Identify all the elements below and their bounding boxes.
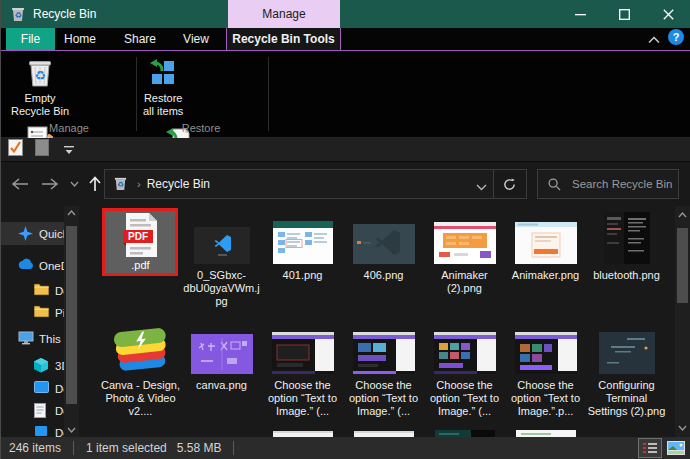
- contextual-tab-group-manage[interactable]: Manage: [228, 0, 340, 28]
- group-divider: [268, 57, 269, 131]
- file-thumbnail: [343, 212, 424, 264]
- maximize-button[interactable]: [602, 0, 646, 28]
- qat-new-item[interactable]: [33, 141, 51, 159]
- file-name: Animaker (2).png: [424, 269, 505, 295]
- thumbnail-view-button[interactable]: [664, 438, 688, 458]
- file-item[interactable]: bluetooth.png: [586, 212, 667, 282]
- tab-home[interactable]: Home: [56, 28, 104, 50]
- file-thumbnail-partial[interactable]: [516, 427, 576, 437]
- file-thumbnail: [262, 322, 343, 374]
- file-name: canva.png: [181, 379, 262, 392]
- scroll-down-icon[interactable]: [675, 421, 690, 435]
- file-item[interactable]: Choose the option “Text to Image.” (...: [262, 322, 343, 418]
- collapse-ribbon-icon[interactable]: [648, 30, 660, 48]
- qat-customize[interactable]: [60, 141, 78, 159]
- file-thumbnail: [505, 322, 586, 374]
- file-thumbnail: [262, 212, 343, 264]
- file-name: 406.png: [343, 269, 424, 282]
- ribbon-group-label: Manage: [5, 122, 133, 134]
- ribbon-tab-bar: FileHomeShareViewRecycle Bin Tools ?: [1, 28, 690, 51]
- file-name: Choose the option “Text to Image.” (...: [343, 379, 424, 418]
- svg-text:♻: ♻: [117, 180, 124, 189]
- file-item[interactable]: 406.png: [343, 212, 424, 282]
- refresh-button[interactable]: [493, 169, 527, 199]
- selection-count: 1 item selected: [86, 441, 167, 455]
- navigation-bar: ♻ › Recycle Bin: [1, 162, 690, 206]
- address-dropdown-icon[interactable]: [476, 177, 487, 195]
- help-icon[interactable]: ?: [668, 29, 684, 49]
- forward-button[interactable]: [39, 174, 61, 194]
- file-item[interactable]: Canva - Design, Photo & Video v2....: [100, 322, 181, 418]
- breadcrumb-chevron-icon[interactable]: ›: [137, 178, 141, 190]
- svg-text:♻: ♻: [14, 11, 21, 20]
- file-item[interactable]: Choose the option “Text to Image.”.p...: [505, 322, 586, 418]
- ribbon-button-label: Restoreall items: [143, 92, 183, 118]
- tab-recycle-bin-tools[interactable]: Recycle Bin Tools: [226, 28, 341, 50]
- file-thumbnail-partial[interactable]: [607, 430, 647, 437]
- file-name: Animaker.png: [505, 269, 586, 282]
- recent-locations-chevron-icon[interactable]: [63, 174, 85, 194]
- file-name: .pdf: [100, 259, 181, 272]
- search-input[interactable]: [570, 177, 678, 191]
- file-item[interactable]: 0_SGbxc-dbU0gyaVWm.jpg: [181, 212, 262, 308]
- qat-dropdown-icon: [64, 141, 74, 159]
- svg-text:PDF: PDF: [128, 231, 148, 242]
- file-item[interactable]: Animaker.png: [505, 212, 586, 282]
- address-bar[interactable]: ♻ › Recycle Bin: [104, 169, 494, 199]
- tab-file[interactable]: File: [6, 28, 55, 50]
- doc-gray-icon: [35, 139, 49, 160]
- content-scrollbar[interactable]: [675, 206, 690, 437]
- statusbar-divider: [233, 441, 234, 455]
- details-view-button[interactable]: [638, 438, 662, 458]
- file-item[interactable]: 401.png: [262, 212, 343, 282]
- file-name: Choose the option “Text to Image.”.p...: [505, 379, 586, 418]
- file-thumbnail-partial[interactable]: [354, 427, 414, 437]
- breadcrumb[interactable]: Recycle Bin: [147, 177, 210, 191]
- file-thumbnail: [505, 212, 586, 264]
- file-thumbnail-partial[interactable]: [273, 427, 333, 437]
- restore-all-items-icon: [147, 57, 179, 89]
- file-thumbnail: [424, 322, 505, 374]
- qat-properties[interactable]: [6, 141, 24, 159]
- up-button[interactable]: [84, 174, 106, 194]
- file-item[interactable]: PDF.pdf: [100, 212, 181, 272]
- restore-all-items-button[interactable]: Restoreall items: [138, 53, 188, 118]
- file-item[interactable]: canva.png: [181, 322, 262, 392]
- empty-recycle-bin-button[interactable]: ♻EmptyRecycle Bin: [6, 53, 74, 118]
- close-button[interactable]: [646, 0, 690, 28]
- tab-share[interactable]: Share: [113, 28, 167, 50]
- file-name: Choose the option “Text to Image.” (...: [262, 379, 343, 418]
- file-name: bluetooth.png: [586, 269, 667, 282]
- file-thumbnail: [181, 212, 262, 264]
- svg-text:?: ?: [673, 31, 680, 43]
- file-thumbnail: PDF: [100, 212, 181, 258]
- file-item[interactable]: Configuring Terminal Settings (2).png: [586, 322, 667, 418]
- file-item[interactable]: Choose the option “Text to Image.” (...: [424, 322, 505, 418]
- recycle-bin-small-icon: ♻: [113, 176, 129, 192]
- file-thumbnail: [424, 212, 505, 264]
- scroll-up-icon[interactable]: [675, 208, 690, 222]
- ribbon-group-manage: ♻EmptyRecycle BinRecycle BinpropertiesMa…: [5, 51, 137, 137]
- file-thumbnail-partial[interactable]: [435, 427, 495, 437]
- svg-text:♻: ♻: [34, 68, 46, 83]
- file-thumbnail: [586, 212, 667, 264]
- ribbon-group-label: Restore: [137, 122, 265, 134]
- search-box[interactable]: [537, 169, 679, 199]
- tab-view[interactable]: View: [173, 28, 219, 50]
- file-grid: PDF.pdf0_SGbxc-dbU0gyaVWm.jpg401.png406.…: [1, 206, 676, 437]
- search-icon: [548, 178, 561, 191]
- scrollbar-thumb[interactable]: [677, 228, 688, 303]
- file-name: Choose the option “Text to Image.” (...: [424, 379, 505, 418]
- status-bar: 246 items 1 item selected 5.58 MB: [1, 437, 690, 459]
- quick-access-toolbar: [1, 138, 690, 162]
- file-item[interactable]: Animaker (2).png: [424, 212, 505, 295]
- minimize-button[interactable]: [558, 0, 602, 28]
- ribbon-button-label: EmptyRecycle Bin: [11, 92, 69, 118]
- back-button[interactable]: [9, 174, 31, 194]
- titlebar: ♻ Recycle Bin Manage: [1, 0, 690, 28]
- statusbar-divider: [73, 441, 74, 455]
- file-item[interactable]: Choose the option “Text to Image.” (...: [343, 322, 424, 418]
- ribbon-group-restore: Restoreall itemsRestore theselected item…: [137, 51, 269, 137]
- ribbon: ♻EmptyRecycle BinRecycle BinpropertiesMa…: [1, 51, 690, 138]
- main-pane: Quick accessOneDriveDocumentsPicturesThi…: [1, 206, 690, 437]
